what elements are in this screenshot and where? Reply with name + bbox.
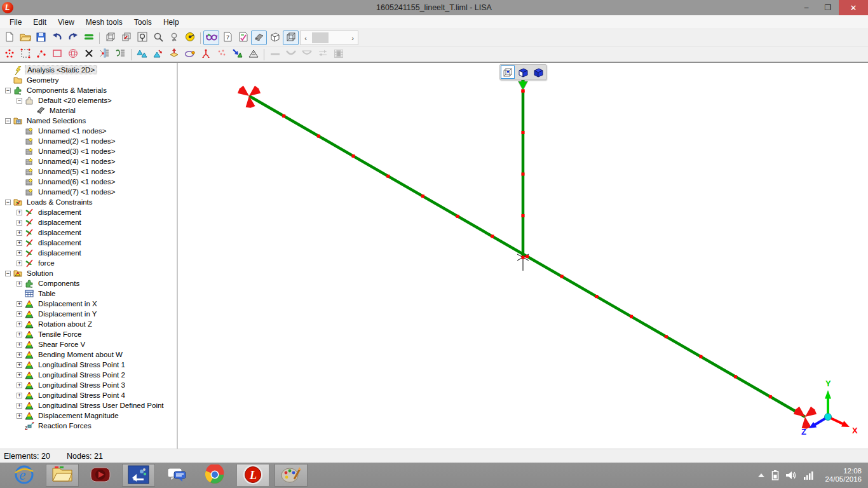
tree-item-displacement-magnitude[interactable]: +Displacement Magnitude xyxy=(0,410,177,421)
expand-icon[interactable]: + xyxy=(17,281,22,287)
move-copy-nodes-button[interactable] xyxy=(198,47,214,62)
wireframe-cube-view-button[interactable] xyxy=(501,65,515,79)
expand-icon[interactable]: + xyxy=(17,342,22,348)
menu-mesh-tools[interactable]: Mesh tools xyxy=(80,17,128,28)
show-hidden-icons-button[interactable] xyxy=(757,472,765,478)
model-node[interactable] xyxy=(522,256,525,259)
tree-item-shear-force-v[interactable]: +Shear Force V xyxy=(0,339,177,349)
model-canvas[interactable]: YXZ xyxy=(178,63,867,449)
model-node[interactable] xyxy=(734,375,737,378)
undo-button[interactable] xyxy=(49,30,65,45)
model-node[interactable] xyxy=(282,114,285,118)
taskbar-chrome[interactable] xyxy=(198,464,231,487)
expand-icon[interactable]: + xyxy=(17,250,22,256)
tree-item-unnamed-2-1-nodes[interactable]: Unnamed(2) <1 nodes> xyxy=(0,136,177,146)
tree-item-displacement[interactable]: +displacement xyxy=(0,238,177,248)
open-file-button[interactable] xyxy=(17,30,33,45)
expand-icon[interactable]: + xyxy=(17,261,22,266)
tree-item-displacement[interactable]: +displacement xyxy=(0,227,177,238)
spin-button[interactable] xyxy=(182,47,198,62)
tree-item-rotation-about-z[interactable]: +Rotation about Z xyxy=(0,319,177,329)
tree-item-displacement[interactable]: +displacement xyxy=(0,217,177,227)
expand-icon[interactable]: + xyxy=(17,413,22,419)
zoom-dynamic-button[interactable] xyxy=(166,30,182,45)
origin-view-button[interactable] xyxy=(118,30,134,45)
expand-icon[interactable]: + xyxy=(17,372,22,378)
hidden-line-cube-view-button[interactable] xyxy=(516,65,530,79)
redo-button[interactable] xyxy=(65,30,81,45)
collapse-icon[interactable]: − xyxy=(5,88,11,93)
view-scroll[interactable]: ‹› xyxy=(300,30,358,45)
model-node[interactable] xyxy=(699,355,702,358)
expand-icon[interactable]: + xyxy=(17,210,22,215)
tree-item-unnamed-1-nodes[interactable]: Unnamed <1 nodes> xyxy=(0,126,177,136)
node-path-button[interactable] xyxy=(33,47,49,62)
close-button[interactable]: ✕ xyxy=(839,0,868,15)
model-node[interactable] xyxy=(526,255,529,258)
tree-item-longitudinal-stress-point-3[interactable]: +Longitudinal Stress Point 3 xyxy=(0,380,177,390)
nodes-tool-button[interactable] xyxy=(1,47,17,62)
taskbar-paint[interactable] xyxy=(275,464,308,487)
tree-item-tensile-force[interactable]: +Tensile Force xyxy=(0,329,177,339)
menu-help[interactable]: Help xyxy=(158,17,185,28)
tree-item-longitudinal-stress-point-4[interactable]: +Longitudinal Stress Point 4 xyxy=(0,390,177,400)
taskbar-internet-explorer[interactable]: e xyxy=(8,464,41,487)
tree-item-geometry[interactable]: Geometry xyxy=(0,75,177,85)
expand-icon[interactable]: + xyxy=(17,383,22,388)
expand-icon[interactable]: + xyxy=(17,311,22,317)
tree-item-longitudinal-stress-point-1[interactable]: +Longitudinal Stress Point 1 xyxy=(0,360,177,370)
model-node[interactable] xyxy=(386,175,390,178)
model-node[interactable] xyxy=(352,154,355,158)
sphere-tool-button[interactable] xyxy=(65,47,81,62)
tree-item-components[interactable]: +Components xyxy=(0,278,177,288)
network-signal-icon[interactable] xyxy=(803,471,815,480)
scroll-thumb[interactable] xyxy=(312,32,329,43)
mesh-quality-button[interactable] xyxy=(245,47,261,62)
expand-icon[interactable]: + xyxy=(17,393,22,398)
tree-item-loads-constraints[interactable]: −Loads & Constraints xyxy=(0,197,177,207)
zoom-window-button[interactable] xyxy=(134,30,150,45)
model-node[interactable] xyxy=(522,131,525,134)
tree-item-components-materials[interactable]: −Components & Materials xyxy=(0,85,177,95)
taskbar-media-player[interactable] xyxy=(84,464,117,487)
tree-item-table[interactable]: Table xyxy=(0,288,177,299)
tree-item-named-selections[interactable]: −Named Selections xyxy=(0,116,177,126)
wireframe-display-button[interactable] xyxy=(283,30,299,45)
collapse-icon[interactable]: − xyxy=(5,118,11,124)
tree-item-material[interactable]: Material xyxy=(0,105,177,116)
battery-icon[interactable] xyxy=(771,470,779,481)
expand-icon[interactable]: + xyxy=(17,332,22,337)
tree-item-longitudinal-stress-point-2[interactable]: +Longitudinal Stress Point 2 xyxy=(0,370,177,380)
tree-item-unnamed-6-1-nodes[interactable]: Unnamed(6) <1 nodes> xyxy=(0,177,177,187)
model-node[interactable] xyxy=(665,335,668,338)
tree-item-solution[interactable]: −Solution xyxy=(0,268,177,278)
select-box-nodes-button[interactable] xyxy=(17,47,33,62)
tree-item-default-20-elements[interactable]: −Default <20 elements> xyxy=(0,95,177,105)
tree-item-unnamed-4-1-nodes[interactable]: Unnamed(4) <1 nodes> xyxy=(0,156,177,166)
taskbar-clock[interactable]: 12:08 24/05/2016 xyxy=(825,467,864,484)
model-node[interactable] xyxy=(769,395,772,398)
model-node[interactable] xyxy=(456,215,459,218)
tree-item-displacement-in-x[interactable]: +Displacement in X xyxy=(0,299,177,309)
model-node[interactable] xyxy=(630,315,633,318)
mesh-bars-button[interactable] xyxy=(81,30,97,45)
expand-icon[interactable]: + xyxy=(17,240,22,246)
constraints-button[interactable] xyxy=(134,47,150,62)
isometric-view-button[interactable] xyxy=(102,30,118,45)
tree-item-analysis-static-2d[interactable]: Analysis <Static 2D> xyxy=(0,65,177,75)
volume-icon[interactable] xyxy=(785,470,797,480)
save-button[interactable] xyxy=(33,30,49,45)
tree-item-displacement[interactable]: +displacement xyxy=(0,207,177,217)
constraint-direction-button[interactable] xyxy=(150,47,166,62)
zoom-button[interactable] xyxy=(150,30,166,45)
measure-button[interactable] xyxy=(182,30,198,45)
tree-item-unnamed-5-1-nodes[interactable]: Unnamed(5) <1 nodes> xyxy=(0,166,177,177)
model-node[interactable] xyxy=(317,135,320,138)
tree-item-bending-moment-about-w[interactable]: +Bending Moment about W xyxy=(0,349,177,360)
taskbar-messaging[interactable] xyxy=(160,464,193,487)
scroll-left-arrow-icon[interactable]: ‹ xyxy=(301,34,311,42)
expand-icon[interactable]: + xyxy=(17,220,22,226)
tree-item-force[interactable]: +force xyxy=(0,258,177,268)
solid-display-button[interactable] xyxy=(267,30,283,45)
select-elements-button[interactable] xyxy=(229,47,245,62)
